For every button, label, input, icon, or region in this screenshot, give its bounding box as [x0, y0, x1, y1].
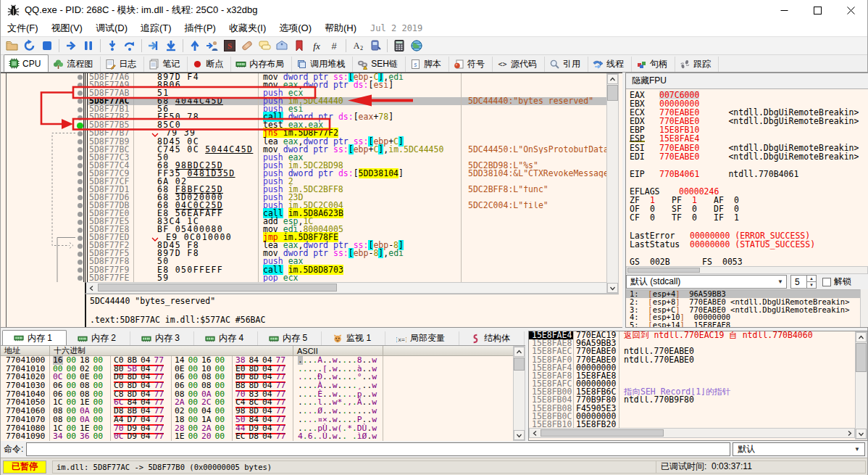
- command-input[interactable]: [26, 442, 730, 456]
- globe-icon[interactable]: [408, 37, 425, 54]
- scroll-thumb[interactable]: [627, 268, 700, 273]
- registers-hscrollbar[interactable]: [626, 266, 868, 274]
- scroll-down-arrow[interactable]: [856, 429, 867, 439]
- instruction-dot[interactable]: [78, 99, 83, 104]
- tab-局部变量[interactable]: [x=]局部变量: [385, 331, 459, 345]
- patches-icon[interactable]: [238, 37, 256, 54]
- argument-row[interactable]: 5: [esp+14] 15E8FAE8: [626, 321, 868, 327]
- menu-item-4[interactable]: 插件(P): [178, 20, 222, 37]
- scroll-right-arrow[interactable]: [844, 429, 854, 437]
- dump-row[interactable]: 7704100016001800C08B04771400160038840477…: [1, 356, 512, 365]
- menu-item-7[interactable]: 帮助(H): [318, 20, 363, 37]
- tab-句柄[interactable]: 句柄: [632, 57, 675, 72]
- tab-内存布局[interactable]: 内存布局: [231, 57, 292, 72]
- dump-vscrollbar[interactable]: [513, 346, 525, 441]
- instruction-dot[interactable]: [78, 236, 83, 241]
- register-line[interactable]: CF0TF0IF1: [626, 213, 868, 222]
- tab-日志[interactable]: 日志: [101, 57, 144, 72]
- register-line[interactable]: GS002BFS0053: [626, 257, 868, 266]
- comment-icon[interactable]: [256, 37, 273, 54]
- registers-list[interactable]: EAX007C6000EBX00000000ECX770EABE0<ntdll.…: [626, 91, 868, 266]
- scroll-thumb[interactable]: [514, 358, 525, 371]
- disassembly-hscrollbar[interactable]: [85, 282, 619, 294]
- arguments-list[interactable]: 1: [esp+4] 96A59BB32: [esp+8] 770EABE0 <…: [626, 289, 868, 327]
- disassembly-vscrollbar[interactable]: [606, 73, 619, 294]
- minimize-button[interactable]: [767, 0, 801, 20]
- tab-跟踪[interactable]: 跟踪: [675, 57, 719, 72]
- instruction-dot[interactable]: [78, 195, 83, 200]
- scylla-icon[interactable]: S: [221, 37, 238, 54]
- scroll-thumb[interactable]: [541, 429, 664, 437]
- hide-fpu-button[interactable]: 隐藏FPU: [626, 73, 868, 89]
- tab-SEH链[interactable]: SEH链: [353, 57, 406, 72]
- instruction-dot[interactable]: [78, 268, 83, 273]
- tab-符号[interactable]: 符号: [449, 57, 493, 72]
- register-line[interactable]: EFLAGS00000246: [626, 187, 868, 196]
- menu-item-3[interactable]: 追踪(T): [134, 20, 178, 37]
- scroll-up-arrow[interactable]: [514, 347, 525, 357]
- hash-icon[interactable]: #: [325, 37, 343, 54]
- scroll-thumb[interactable]: [856, 343, 867, 372]
- instruction-dot[interactable]: [78, 220, 83, 225]
- instruction-dot[interactable]: [78, 115, 83, 120]
- spin-down-icon[interactable]: ▼: [807, 282, 816, 288]
- tab-笔记[interactable]: 笔记: [144, 57, 188, 72]
- instruction-dot[interactable]: [78, 212, 83, 217]
- run-icon[interactable]: [62, 37, 80, 54]
- stack-hscrollbar[interactable]: [529, 428, 855, 438]
- scroll-down-arrow[interactable]: [514, 430, 525, 440]
- breakpoint-dot[interactable]: [77, 123, 83, 129]
- register-line[interactable]: ZF1PF1AF0: [626, 196, 868, 205]
- menu-item-0[interactable]: 文件(F): [1, 20, 45, 37]
- run-to-user-code-icon[interactable]: [162, 37, 180, 54]
- tab-线程[interactable]: 线程: [588, 57, 632, 72]
- spin-up-icon[interactable]: ▲: [807, 276, 816, 282]
- unlock-checkbox[interactable]: [822, 278, 831, 286]
- instruction-dot[interactable]: [78, 131, 83, 136]
- label-icon[interactable]: [273, 37, 291, 54]
- function-icon[interactable]: fx: [308, 37, 325, 54]
- tab-结构体[interactable]: 结构体: [459, 331, 525, 345]
- register-blank-line[interactable]: [626, 249, 868, 257]
- scroll-thumb[interactable]: [98, 284, 337, 292]
- instruction-dot[interactable]: [78, 228, 83, 233]
- maximize-button[interactable]: [801, 0, 834, 20]
- tab-源代码[interactable]: <>源代码: [493, 57, 545, 72]
- calling-convention-select[interactable]: 默认 (stdcall)▼: [626, 275, 787, 289]
- stop-icon[interactable]: [38, 37, 56, 54]
- dump-row[interactable]: 77041090340036000CD904771E002000ECD80477…: [1, 432, 512, 441]
- register-line[interactable]: ESI770EABE0<ntdll.DbgUiRemoteBreakin>: [626, 144, 868, 152]
- scroll-thumb[interactable]: [607, 85, 618, 101]
- instruction-dot[interactable]: [78, 75, 83, 80]
- instruction-dot[interactable]: [78, 187, 83, 192]
- instruction-dot[interactable]: [78, 179, 83, 184]
- scroll-left-arrow[interactable]: [86, 283, 97, 293]
- register-line[interactable]: OF0SF0DF0: [626, 205, 868, 213]
- instruction-dot[interactable]: [78, 260, 83, 265]
- instruction-dot[interactable]: [78, 107, 83, 112]
- font-icon[interactable]: A2: [349, 37, 367, 54]
- instruction-dot[interactable]: [78, 203, 83, 208]
- instruction-dot[interactable]: [78, 91, 83, 96]
- register-line[interactable]: LastError00000000 (ERROR_SUCCESS): [626, 231, 868, 240]
- scroll-track[interactable]: [606, 73, 619, 294]
- instruction-dot[interactable]: [78, 276, 83, 281]
- instruction-dot[interactable]: [78, 163, 83, 168]
- scroll-up-arrow[interactable]: [856, 332, 867, 342]
- instruction-dot[interactable]: [78, 252, 83, 257]
- instruction-dot[interactable]: [78, 244, 83, 249]
- stack-vscrollbar[interactable]: [855, 331, 867, 439]
- instruction-dot[interactable]: [78, 139, 83, 144]
- instruction-dot[interactable]: [78, 83, 83, 88]
- step-over-icon[interactable]: [121, 37, 138, 54]
- menu-item-2[interactable]: 调试(D): [89, 20, 134, 37]
- dump-row[interactable]: 7704107008000A00A4D7047718001A0050840477…: [1, 416, 512, 424]
- calculator-icon[interactable]: [391, 37, 408, 54]
- register-line[interactable]: ESP15E8FAE4: [626, 134, 868, 143]
- tab-脚本[interactable]: s脚本: [406, 57, 449, 72]
- tab-CPU[interactable]: CPU: [4, 54, 49, 72]
- tab-内存 2[interactable]: 内存 2: [67, 331, 130, 345]
- dump-table[interactable]: 7704100016001800C08B04771400160038840477…: [1, 356, 512, 441]
- menu-item-6[interactable]: 选项(O): [272, 20, 318, 37]
- instruction-dot[interactable]: [78, 147, 83, 152]
